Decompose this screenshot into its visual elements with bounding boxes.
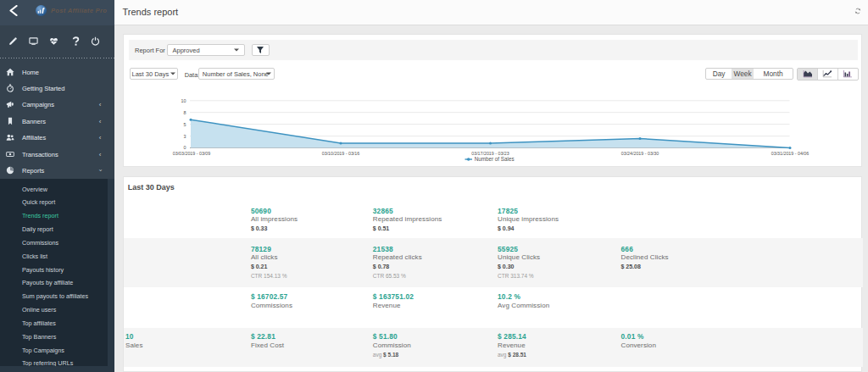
svg-text:0: 0 — [184, 145, 186, 150]
svg-text:03/03/2019 - 03/09: 03/03/2019 - 03/09 — [173, 151, 211, 156]
svg-text:3: 3 — [184, 134, 186, 139]
svg-text:03/17/2019 - 03/23: 03/17/2019 - 03/23 — [471, 151, 509, 156]
svg-text:10: 10 — [181, 98, 186, 103]
svg-text:03/10/2019 - 03/16: 03/10/2019 - 03/16 — [322, 151, 360, 156]
svg-text:5: 5 — [184, 122, 186, 127]
svg-text:Number of Sales: Number of Sales — [475, 156, 515, 162]
svg-text:8: 8 — [184, 110, 186, 115]
svg-text:03/31/2019 - 04/06: 03/31/2019 - 04/06 — [771, 151, 810, 156]
svg-text:03/24/2019 - 03/30: 03/24/2019 - 03/30 — [621, 151, 659, 156]
